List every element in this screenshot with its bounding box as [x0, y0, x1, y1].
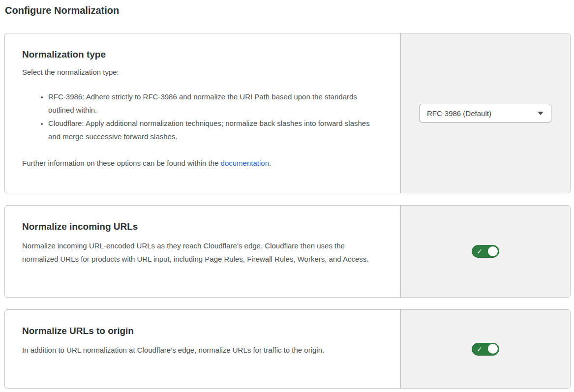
footer-prefix: Further information on these options can… — [22, 159, 221, 167]
normalize-urls-to-origin-description: In addition to URL normalization at Clou… — [22, 343, 381, 357]
normalization-type-intro: Select the normalization type: — [22, 67, 381, 77]
documentation-link[interactable]: documentation — [221, 159, 269, 167]
normalization-type-card-content: Normalization type Select the normalizat… — [5, 33, 400, 193]
normalization-type-selected-value: RFC-3986 (Default) — [427, 110, 491, 117]
rfc-3986-bullet: RFC-3986: Adhere strictly to RFC-3986 an… — [48, 90, 381, 117]
configure-normalization-page: Configure Normalization Normalization ty… — [0, 0, 574, 389]
page-title: Configure Normalization — [4, 4, 571, 17]
normalize-incoming-urls-description: Normalize incoming URL-encoded URLs as t… — [22, 239, 381, 266]
normalization-type-side-panel: RFC-3986 (Default) — [400, 33, 570, 193]
normalize-urls-to-origin-content: Normalize URLs to origin In addition to … — [5, 310, 400, 388]
footer-suffix: . — [269, 159, 271, 167]
further-information-text: Further information on these options can… — [22, 156, 381, 170]
normalization-type-select[interactable]: RFC-3986 (Default) — [420, 104, 551, 122]
normalize-incoming-urls-toggle[interactable]: ✓ — [472, 245, 499, 258]
chevron-down-icon — [538, 112, 544, 115]
settings-cards: Normalization type Select the normalizat… — [4, 33, 571, 389]
normalize-incoming-urls-heading: Normalize incoming URLs — [22, 220, 381, 233]
normalize-urls-to-origin-heading: Normalize URLs to origin — [22, 325, 381, 337]
normalize-urls-to-origin-card: Normalize URLs to origin In addition to … — [4, 309, 571, 389]
normalization-type-options-list: RFC-3986: Adhere strictly to RFC-3986 an… — [22, 90, 381, 143]
cloudflare-bullet: Cloudflare: Apply additional normalizati… — [48, 117, 381, 143]
normalize-urls-to-origin-toggle[interactable]: ✓ — [472, 343, 499, 356]
normalize-incoming-urls-content: Normalize incoming URLs Normalize incomi… — [5, 206, 400, 297]
toggle-knob — [488, 246, 498, 256]
toggle-knob — [488, 344, 498, 354]
check-icon: ✓ — [477, 248, 483, 255]
normalization-type-heading: Normalization type — [22, 48, 381, 60]
normalize-incoming-urls-card: Normalize incoming URLs Normalize incomi… — [4, 205, 571, 298]
normalize-incoming-urls-side-panel: ✓ — [400, 206, 570, 297]
normalization-type-card: Normalization type Select the normalizat… — [4, 33, 571, 193]
normalize-urls-to-origin-side-panel: ✓ — [400, 310, 570, 388]
check-icon: ✓ — [477, 346, 483, 353]
